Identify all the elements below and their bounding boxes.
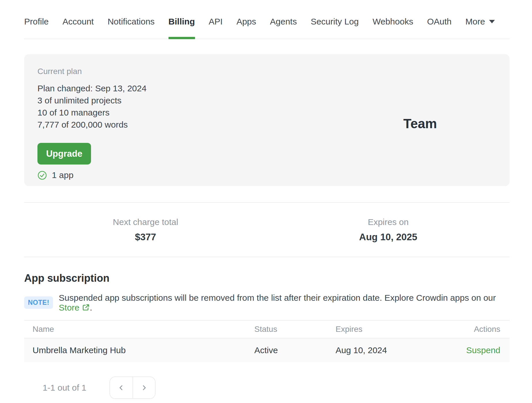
tab-agents[interactable]: Agents	[270, 17, 297, 39]
next-charge-value: $377	[24, 232, 267, 243]
current-plan-card: Current plan Plan changed: Sep 13, 2024 …	[24, 54, 510, 186]
next-charge-label: Next charge total	[24, 217, 267, 227]
subscription-name: Umbrella Marketing Hub	[33, 345, 254, 355]
subscriptions-table: Name Status Expires Actions Umbrella Mar…	[24, 320, 510, 362]
chevron-right-icon	[139, 383, 149, 393]
tab-webhooks[interactable]: Webhooks	[372, 17, 413, 39]
pagination-label: 1-1 out of 1	[43, 383, 86, 393]
tab-account[interactable]: Account	[63, 17, 94, 39]
col-header-status: Status	[254, 325, 336, 334]
subscription-expires: Aug 10, 2024	[336, 345, 460, 355]
subscription-status: Active	[254, 345, 336, 355]
col-header-actions: Actions	[460, 325, 500, 334]
caret-down-icon	[489, 20, 495, 23]
subscription-note: NOTE! Suspended app subscriptions will b…	[24, 293, 510, 313]
plan-name: Team	[403, 116, 437, 131]
upgrade-button[interactable]: Upgrade	[37, 143, 91, 164]
col-header-expires: Expires	[336, 325, 460, 334]
tab-security-log[interactable]: Security Log	[311, 17, 359, 39]
settings-tab-bar: Profile Account Notifications Billing AP…	[24, 0, 510, 39]
current-plan-label: Current plan	[37, 67, 493, 76]
tab-api[interactable]: API	[209, 17, 223, 39]
billing-page: Profile Account Notifications Billing AP…	[0, 0, 532, 399]
apps-count-label: 1 app	[52, 170, 73, 180]
tab-profile[interactable]: Profile	[24, 17, 49, 39]
prev-page-button[interactable]	[110, 377, 132, 398]
pager-buttons	[109, 376, 156, 399]
tab-billing[interactable]: Billing	[169, 17, 195, 39]
expires-on-value: Aug 10, 2025	[267, 232, 510, 243]
note-suffix: .	[90, 303, 92, 312]
col-header-name: Name	[33, 325, 254, 334]
store-link[interactable]: Store	[59, 303, 79, 312]
tab-more-label: More	[465, 17, 485, 26]
apps-included-row: 1 app	[37, 170, 493, 180]
projects-usage: 3 of unlimited projects	[37, 94, 493, 107]
external-link-icon[interactable]	[82, 303, 90, 311]
expires-on-label: Expires on	[267, 217, 510, 227]
chevron-left-icon	[116, 383, 126, 393]
tab-apps[interactable]: Apps	[236, 17, 256, 39]
billing-summary: Next charge total $377 Expires on Aug 10…	[24, 202, 510, 257]
next-page-button[interactable]	[132, 377, 155, 398]
tab-notifications[interactable]: Notifications	[107, 17, 154, 39]
table-header-row: Name Status Expires Actions	[24, 320, 510, 338]
suspend-link[interactable]: Suspend	[466, 345, 500, 355]
expires-cell: Expires on Aug 10, 2025	[267, 217, 510, 243]
tab-oauth[interactable]: OAuth	[427, 17, 452, 39]
tab-more[interactable]: More	[465, 17, 495, 39]
plan-changed-date: Plan changed: Sep 13, 2024	[37, 82, 493, 94]
next-charge-cell: Next charge total $377	[24, 217, 267, 243]
app-subscription-title: App subscription	[24, 272, 510, 284]
table-row: Umbrella Marketing Hub Active Aug 10, 20…	[24, 338, 510, 362]
note-badge: NOTE!	[24, 296, 53, 309]
note-text: Suspended app subscriptions will be remo…	[59, 293, 510, 313]
check-circle-icon	[37, 171, 47, 180]
pagination: 1-1 out of 1	[24, 376, 510, 399]
